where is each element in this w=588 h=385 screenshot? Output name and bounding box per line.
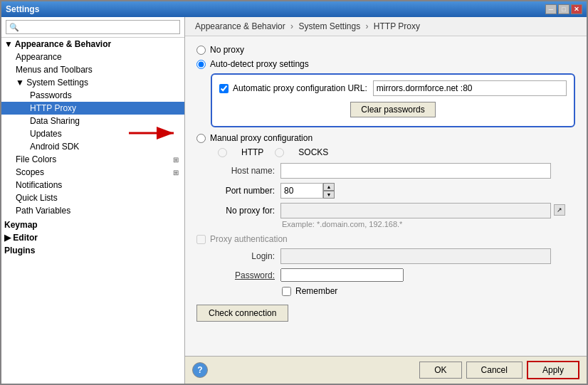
clear-passwords-button[interactable]: Clear passwords: [350, 102, 435, 117]
scopes-icon: ⊞: [173, 169, 179, 176]
port-spinner: ▲ ▼: [280, 183, 335, 199]
sidebar-item-appearance-behavior[interactable]: ▼ Appearance & Behavior: [1, 38, 184, 51]
port-input[interactable]: [280, 183, 323, 199]
port-down-button[interactable]: ▼: [323, 191, 335, 199]
sidebar: ▼ Appearance & Behavior Appearance Menus…: [1, 17, 185, 384]
login-input[interactable]: [280, 248, 551, 264]
auto-detect-radio[interactable]: [196, 60, 206, 69]
proxy-auth-label: Proxy authentication: [210, 234, 288, 244]
password-label: Password:: [196, 270, 275, 280]
sidebar-item-notifications[interactable]: Notifications: [1, 179, 184, 191]
socks-radio[interactable]: [275, 148, 284, 157]
socks-label: SOCKS: [298, 147, 328, 157]
breadcrumb-sep2: ›: [365, 21, 368, 31]
cancel-button[interactable]: Cancel: [466, 362, 523, 379]
main-area: ▼ Appearance & Behavior Appearance Menus…: [1, 17, 587, 384]
ok-button[interactable]: OK: [419, 362, 461, 379]
protocol-sub-row: HTTP SOCKS: [218, 147, 575, 157]
search-input[interactable]: [6, 20, 180, 34]
login-row: Login:: [196, 248, 575, 264]
no-proxy-row: No proxy: [196, 45, 575, 55]
host-name-row: Host name:: [196, 163, 575, 179]
no-proxy-for-label: No proxy for:: [196, 206, 275, 216]
password-input[interactable]: [280, 268, 404, 282]
title-bar: Settings ─ □ ✕: [1, 1, 587, 17]
sidebar-item-http-proxy[interactable]: HTTP Proxy: [1, 102, 184, 115]
port-number-row: Port number: ▲ ▼: [196, 183, 575, 199]
close-button[interactable]: ✕: [571, 4, 582, 14]
expand-arrow-system: ▼: [16, 78, 26, 88]
breadcrumb: Appearance & Behavior › System Settings …: [185, 17, 587, 36]
sidebar-item-updates[interactable]: Updates: [1, 127, 184, 140]
example-text: Example: *.domain.com, 192.168.*: [282, 220, 575, 228]
minimize-button[interactable]: ─: [545, 4, 557, 14]
sidebar-item-file-colors[interactable]: File Colors ⊞: [1, 153, 184, 166]
sidebar-item-menus-toolbars[interactable]: Menus and Toolbars: [1, 63, 184, 76]
settings-window: Settings ─ □ ✕ ▼ Appearance & Behavior A…: [0, 0, 588, 385]
no-proxy-for-input[interactable]: [280, 203, 551, 218]
manual-proxy-radio[interactable]: [196, 134, 206, 143]
proxy-url-input[interactable]: [373, 80, 567, 96]
auto-config-checkbox[interactable]: [219, 84, 229, 93]
breadcrumb-part2: System Settings: [298, 21, 360, 31]
login-label: Login:: [196, 251, 275, 261]
remember-label: Remember: [295, 286, 337, 296]
port-up-button[interactable]: ▲: [323, 183, 335, 191]
auto-detect-label: Auto-detect proxy settings: [210, 59, 309, 69]
window-title: Settings: [6, 4, 545, 14]
remember-row: Remember: [282, 286, 575, 296]
check-connection-button[interactable]: Check connection: [196, 305, 288, 322]
sidebar-item-passwords[interactable]: Passwords: [1, 89, 184, 102]
sidebar-item-android-sdk[interactable]: Android SDK: [1, 140, 184, 153]
http-label: HTTP: [241, 147, 263, 157]
expand-no-proxy-button[interactable]: ↗: [554, 204, 565, 216]
content-panel: Appearance & Behavior › System Settings …: [185, 17, 587, 384]
sidebar-item-scopes[interactable]: Scopes ⊞: [1, 166, 184, 179]
search-box: [1, 17, 184, 38]
host-name-input[interactable]: [280, 163, 551, 179]
sidebar-item-appearance[interactable]: Appearance: [1, 51, 184, 63]
breadcrumb-sep1: ›: [290, 21, 293, 31]
no-proxy-for-row: No proxy for: ↗: [196, 203, 575, 218]
sidebar-item-editor[interactable]: ▶ Editor: [1, 231, 184, 244]
port-number-label: Port number:: [196, 186, 275, 196]
window-controls: ─ □ ✕: [545, 4, 582, 14]
manual-proxy-radio-row: Manual proxy configuration: [196, 133, 575, 143]
spinner-buttons: ▲ ▼: [323, 183, 335, 199]
no-proxy-label: No proxy: [210, 45, 244, 55]
remember-checkbox[interactable]: [282, 287, 291, 296]
auto-config-label: Automatic proxy configuration URL:: [233, 83, 367, 93]
sidebar-item-data-sharing[interactable]: Data Sharing: [1, 115, 184, 127]
help-button[interactable]: ?: [192, 362, 208, 378]
manual-proxy-label: Manual proxy configuration: [210, 133, 313, 143]
proxy-auth-row: Proxy authentication: [196, 234, 575, 244]
apply-button[interactable]: Apply: [527, 361, 579, 379]
host-name-label: Host name:: [196, 166, 275, 176]
footer-left: ?: [192, 362, 415, 378]
expand-arrow-editor: ▶: [4, 233, 13, 243]
sidebar-item-path-variables[interactable]: Path Variables: [1, 204, 184, 217]
file-colors-icon: ⊞: [173, 156, 179, 164]
footer: ? OK Cancel Apply: [185, 356, 587, 384]
sidebar-item-system-settings[interactable]: ▼ System Settings: [1, 76, 184, 89]
no-proxy-input-wrap: ↗: [280, 203, 551, 218]
proxy-auth-checkbox[interactable]: [196, 235, 206, 244]
auto-detect-box: Automatic proxy configuration URL: Clear…: [211, 73, 575, 127]
sidebar-item-plugins[interactable]: Plugins: [1, 244, 184, 257]
auto-detect-radio-row: Auto-detect proxy settings: [196, 59, 575, 69]
content-body: No proxy Auto-detect proxy settings Auto…: [185, 36, 587, 356]
password-row: Password:: [196, 268, 575, 282]
sidebar-item-keymap[interactable]: Keymap: [1, 218, 184, 231]
no-proxy-radio[interactable]: [196, 46, 206, 55]
auto-config-row: Automatic proxy configuration URL:: [219, 80, 567, 96]
expand-arrow: ▼: [4, 39, 15, 49]
breadcrumb-part3: HTTP Proxy: [374, 21, 420, 31]
http-radio[interactable]: [218, 148, 227, 157]
maximize-button[interactable]: □: [558, 4, 569, 14]
breadcrumb-part1: Appearance & Behavior: [195, 21, 285, 31]
sidebar-item-quick-lists[interactable]: Quick Lists: [1, 191, 184, 204]
